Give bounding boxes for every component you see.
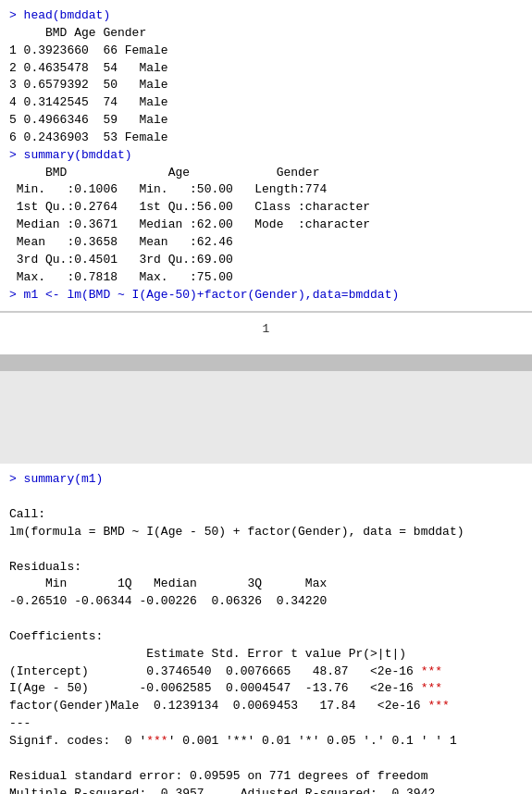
output-summary-median: Median :0.3671 Median :62.00 Mode :chara… bbox=[9, 217, 385, 231]
top-console-output: > head(bmddat) BMD Age Gender 1 0.392366… bbox=[9, 7, 523, 304]
output-row-4: 4 0.3142545 74 Male bbox=[9, 95, 168, 109]
cmd-summary-m1: > summary(m1) bbox=[9, 472, 103, 486]
cmd-summary: > summary(bmddat) bbox=[9, 148, 132, 162]
output-summary-max: Max. :0.7818 Max. :75.00 bbox=[9, 270, 385, 284]
top-console-panel: > head(bmddat) BMD Age Gender 1 0.392366… bbox=[0, 0, 532, 313]
output-residuals-label: Residuals: bbox=[9, 560, 81, 574]
section-divider bbox=[0, 354, 532, 371]
output-summary-min: Min. :0.1006 Min. :50.00 Length:774 bbox=[9, 182, 385, 196]
bottom-console-output: > summary(m1) Call: lm(formula = BMD ~ I… bbox=[9, 471, 523, 794]
output-summary-3rdqu: 3rd Qu.:0.4501 3rd Qu.:69.00 bbox=[9, 253, 385, 267]
output-row-3: 3 0.6579392 50 Male bbox=[9, 78, 168, 92]
output-call-label: Call: bbox=[9, 507, 45, 521]
output-row-6: 6 0.2436903 53 Female bbox=[9, 130, 168, 144]
output-row-1: 1 0.3923660 66 Female bbox=[9, 43, 168, 57]
output-coeff-intercept: (Intercept) 0.3746540 0.0076665 48.87 <2… bbox=[9, 664, 442, 678]
output-residuals-values: -0.26510 -0.06344 -0.00226 0.06326 0.342… bbox=[9, 594, 327, 608]
output-summary-1stqu: 1st Qu.:0.2764 1st Qu.:56.00 Class :char… bbox=[9, 200, 385, 214]
output-summary-header: BMD Age Gender bbox=[9, 166, 385, 180]
cmd-head: > head(bmddat) bbox=[9, 8, 110, 22]
output-call-formula: lm(formula = BMD ~ I(Age - 50) + factor(… bbox=[9, 525, 464, 539]
output-row-2: 2 0.4635478 54 Male bbox=[9, 61, 168, 75]
output-summary-mean: Mean :0.3658 Mean :62.46 bbox=[9, 235, 385, 249]
output-residual-se: Residual standard error: 0.09595 on 771 … bbox=[9, 769, 427, 783]
page-number-section: 1 bbox=[0, 313, 532, 354]
output-coeff-label: Coefficients: bbox=[9, 629, 103, 643]
gray-spacer bbox=[0, 371, 532, 464]
output-residuals-header: Min 1Q Median 3Q Max bbox=[9, 577, 327, 590]
output-row-5: 5 0.4966346 59 Male bbox=[9, 113, 168, 127]
output-signif-codes: Signif. codes: 0 '***' 0.001 '**' 0.01 '… bbox=[9, 734, 457, 748]
output-coeff-gender: factor(Gender)Male 0.1239134 0.0069453 1… bbox=[9, 699, 450, 713]
output-head-header: BMD Age Gender bbox=[9, 26, 146, 40]
output-coeff-dashes: --- bbox=[9, 716, 31, 730]
output-coeff-header: Estimate Std. Error t value Pr(>|t|) bbox=[9, 647, 435, 661]
bottom-console-panel: > summary(m1) Call: lm(formula = BMD ~ I… bbox=[0, 464, 532, 794]
output-r-squared: Multiple R-squared: 0.3957, Adjusted R-s… bbox=[9, 787, 442, 794]
page-number: 1 bbox=[263, 322, 270, 336]
output-coeff-age: I(Age - 50) -0.0062585 0.0004547 -13.76 … bbox=[9, 681, 442, 695]
cmd-lm: > m1 <- lm(BMD ~ I(Age-50)+factor(Gender… bbox=[9, 288, 399, 302]
